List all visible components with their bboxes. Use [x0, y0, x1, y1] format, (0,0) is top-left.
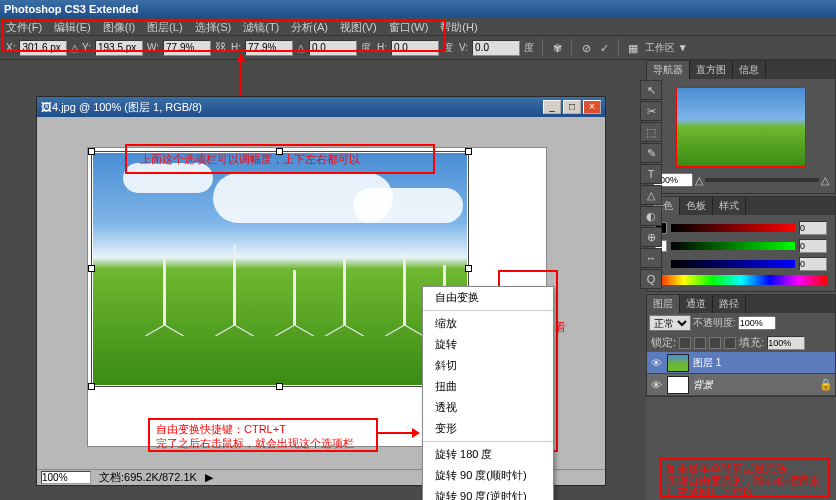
lock-trans-icon[interactable]	[679, 337, 691, 349]
lock-pos-icon[interactable]	[709, 337, 721, 349]
context-menu: 自由变换 缩放 旋转 斜切 扭曲 透视 变形 旋转 180 度 旋转 90 度(…	[422, 286, 554, 500]
minimize-button[interactable]: _	[543, 100, 561, 114]
g-slider[interactable]	[671, 242, 795, 250]
tool-brush[interactable]: ✎	[640, 143, 662, 163]
ctx-rot90ccw[interactable]: 旋转 90 度(逆时针)	[423, 486, 553, 500]
lock-pixels-icon[interactable]	[694, 337, 706, 349]
color-panel: 颜色 色板 样式	[646, 196, 836, 292]
tool-type[interactable]: T	[640, 164, 662, 184]
nav-thumbnail[interactable]	[676, 87, 806, 167]
layer-thumb-bg[interactable]	[667, 376, 689, 394]
vskew-label: V:	[459, 42, 468, 53]
doc-info-arrow[interactable]: ▶	[205, 471, 213, 484]
lock-icon: 🔒	[819, 378, 833, 391]
options-icon[interactable]: ▦	[625, 40, 641, 56]
right-panels: 导航器 直方图 信息 △ △ 颜色 色板 样式	[646, 60, 836, 500]
warp-icon[interactable]: ✾	[549, 40, 565, 56]
navigator-panel: 导航器 直方图 信息 △ △	[646, 60, 836, 194]
ctx-warp[interactable]: 变形	[423, 418, 553, 439]
tab-histogram[interactable]: 直方图	[690, 61, 733, 79]
ctx-scale[interactable]: 缩放	[423, 313, 553, 334]
workspace-label[interactable]: 工作区 ▼	[645, 41, 688, 55]
ctx-perspective[interactable]: 透视	[423, 397, 553, 418]
ctx-skew[interactable]: 斜切	[423, 355, 553, 376]
opacity-input[interactable]	[738, 316, 776, 330]
layer-thumb-1[interactable]	[667, 354, 689, 372]
doc-title: 4.jpg @ 100% (图层 1, RGB/8)	[52, 100, 541, 115]
visibility-icon-bg[interactable]: 👁	[649, 379, 663, 391]
maximize-button[interactable]: □	[563, 100, 581, 114]
b-slider[interactable]	[671, 260, 795, 268]
layer-name-bg[interactable]: 背景	[693, 378, 815, 392]
commit-icon[interactable]: ✓	[596, 40, 612, 56]
opacity-label: 不透明度:	[693, 316, 736, 330]
tab-info[interactable]: 信息	[733, 61, 766, 79]
tool-dodge[interactable]: ◐	[640, 206, 662, 226]
app-titlebar: Photoshop CS3 Extended	[0, 0, 836, 18]
tool-column: ↖ ✂ ⬚ ✎ T △ ◐ ⊕ ↔ Q	[640, 80, 664, 289]
tab-navigator[interactable]: 导航器	[647, 61, 690, 79]
color-ramp[interactable]	[655, 275, 827, 285]
lock-label: 锁定:	[651, 335, 676, 350]
layers-panel: 图层 通道 路径 正常 不透明度: 锁定: 填充: 👁 图层	[646, 294, 836, 397]
blend-mode-select[interactable]: 正常	[649, 315, 691, 331]
tab-channels[interactable]: 通道	[680, 295, 713, 313]
zoom-in-icon[interactable]: △	[821, 174, 829, 187]
ctx-free-transform[interactable]: 自由变换	[423, 287, 553, 308]
annot-arrow-1	[236, 54, 246, 62]
r-slider[interactable]	[671, 224, 795, 232]
doc-titlebar[interactable]: 🖼 4.jpg @ 100% (图层 1, RGB/8) _ □ ×	[37, 97, 605, 117]
annot-text-4: 如果是单单背景层是无法 实现自由变换的，除非你把背景 层变成图层才可以	[666, 462, 831, 498]
annot-box-optbar	[2, 20, 446, 52]
b-input[interactable]	[799, 257, 827, 271]
tab-styles[interactable]: 样式	[713, 197, 746, 215]
visibility-icon[interactable]: 👁	[649, 357, 663, 369]
tool-crop[interactable]: ✂	[640, 101, 662, 121]
cancel-icon[interactable]: ⊘	[578, 40, 594, 56]
zoom-input[interactable]	[41, 471, 91, 484]
r-input[interactable]	[799, 221, 827, 235]
ctx-distort[interactable]: 扭曲	[423, 376, 553, 397]
tool-shape[interactable]: △	[640, 185, 662, 205]
tool-move[interactable]: ↖	[640, 80, 662, 100]
annot-text-3a: 自由变换快捷键：CTRL+T	[156, 422, 286, 437]
vskew-input[interactable]	[472, 40, 520, 56]
tab-paths[interactable]: 路径	[713, 295, 746, 313]
doc-icon: 🖼	[41, 101, 52, 113]
deg3: 度	[524, 41, 534, 55]
layer-row-1[interactable]: 👁 图层 1	[647, 352, 835, 374]
layer-name-1[interactable]: 图层 1	[693, 356, 833, 370]
annot-text-3b: 完了之后右击鼠标，就会出现这个选项栏	[156, 436, 354, 451]
tool-quickmask[interactable]: Q	[640, 269, 662, 289]
nav-zoom-slider[interactable]	[705, 178, 819, 182]
ctx-rot90cw[interactable]: 旋转 90 度(顺时针)	[423, 465, 553, 486]
fill-input[interactable]	[767, 336, 805, 350]
ctx-rotate[interactable]: 旋转	[423, 334, 553, 355]
tool-zoom[interactable]: ⊕	[640, 227, 662, 247]
zoom-out-icon[interactable]: △	[695, 174, 703, 187]
image-layer[interactable]	[93, 153, 467, 385]
annot-arrow-3	[412, 428, 420, 438]
lock-all-icon[interactable]	[724, 337, 736, 349]
doc-info: 文档:695.2K/872.1K	[99, 470, 197, 485]
tool-hand[interactable]: ↔	[640, 248, 662, 268]
fill-label: 填充:	[739, 335, 764, 350]
annot-text-1: 上面这个选项栏可以调幅度，上下左右都可以	[140, 152, 360, 167]
g-input[interactable]	[799, 239, 827, 253]
ctx-rot180[interactable]: 旋转 180 度	[423, 444, 553, 465]
close-button[interactable]: ×	[583, 100, 601, 114]
tab-layers[interactable]: 图层	[647, 295, 680, 313]
layer-row-bg[interactable]: 👁 背景 🔒	[647, 374, 835, 396]
tab-swatches[interactable]: 色板	[680, 197, 713, 215]
tool-marquee[interactable]: ⬚	[640, 122, 662, 142]
